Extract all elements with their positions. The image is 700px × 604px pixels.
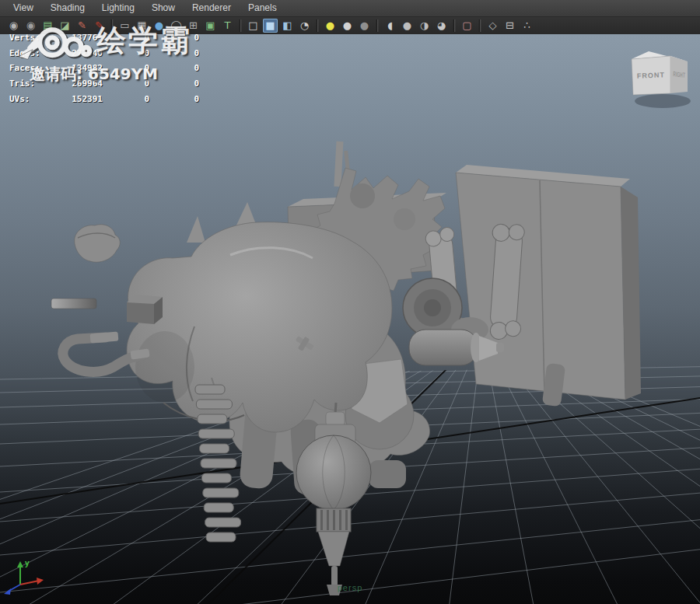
hud-cell: Faces: [9,63,53,73]
xray-icon[interactable]: ◇ [485,19,500,33]
spine-segment [200,444,229,453]
bookmark-icon[interactable]: ▤ [40,19,55,33]
menu-view[interactable]: View [5,0,42,16]
safe-action-icon[interactable]: ▣ [203,19,218,33]
hud-cell: 0 [149,63,199,73]
hud-cell: 0 [103,94,149,104]
film-gate-icon[interactable]: ▭ [117,19,132,33]
hud-cell: 0 [149,48,199,58]
menu-shading[interactable]: Shading [42,0,93,16]
default-light-icon[interactable]: ● [323,19,338,33]
camera-name-label: persp [315,583,385,592]
share-icon[interactable]: ∴ [520,19,534,33]
grease-pencil-icon[interactable]: ✎ [92,19,107,33]
toolbar-separator [376,19,379,32]
hud-cell: 0 [149,79,199,89]
spine-segment [198,414,227,424]
hud-row: Tris:26996400 [9,79,199,94]
hud-cell: 269964 [53,79,103,89]
textured-icon[interactable]: ◧ [280,19,295,33]
spine-segment [201,459,236,468]
hud-cell: Tris: [9,79,53,89]
no-lights-icon[interactable]: ● [357,19,372,33]
shadows-icon[interactable]: ◖ [383,19,397,33]
view-cube-right-label: RIGHT [673,69,685,79]
toolbar-separator [478,19,481,32]
use-all-lights-icon[interactable]: ◔ [297,19,312,33]
field-chart-icon[interactable]: ⊞ [186,19,201,33]
isolate-select-icon[interactable]: ▢ [460,19,474,33]
view-cube-front-label: FRONT [637,71,665,79]
menu-show[interactable]: Show [143,0,184,16]
wireframe-icon[interactable]: □ [246,19,261,33]
maya-viewport-window: ViewShadingLightingShowRendererPanels ◉◉… [0,0,700,604]
onion-layers-icon[interactable]: ⊟ [502,19,517,33]
hud-row: Verts:13776700 [9,33,199,48]
spine-segment [196,400,232,409]
hud-cell: Edges: [9,48,53,58]
toolbar-separator [453,19,456,32]
select-camera-icon[interactable]: ◉ [6,19,21,33]
gate-mask-icon[interactable]: ◯ [169,19,184,33]
panel-toolbar: ◉◉▤◪✎✎▭▦●◯⊞▣T□■◧◔●●●◖●◑◕▢◇⊟∴ [0,17,700,34]
spine-segment [198,429,234,438]
toolbar-separator [110,19,114,32]
menu-renderer[interactable]: Renderer [184,0,240,16]
menu-panels[interactable]: Panels [240,0,285,16]
hud-row: Faces:13498200 [9,63,199,79]
axis-y-label: y [25,559,30,567]
lock-camera-icon[interactable]: ◉ [23,19,38,33]
view-cube[interactable]: FRONT RIGHT [622,44,700,112]
spine-segment [205,518,241,527]
safe-title-icon[interactable]: T [220,19,235,33]
spine-segment [203,488,239,498]
resolution-gate-icon[interactable]: ▦ [135,19,149,33]
shaded-icon[interactable]: ■ [263,19,278,33]
hud-row: Edges:27294000 [9,48,199,64]
hud-cell: 152391 [53,94,103,104]
2d-pan-zoom-icon[interactable]: ✎ [75,19,89,33]
hud-cell: UVs: [9,94,53,104]
hud-cell: 272940 [53,48,103,58]
poly-count-hud: Verts:13776700Edges:27294000Faces:134982… [9,33,199,109]
axis-gizmo: y [4,559,44,595]
motion-blur-icon[interactable]: ◑ [417,19,432,33]
toolbar-separator [239,19,242,32]
hud-cell: 134982 [53,63,103,73]
panel-menubar: ViewShadingLightingShowRendererPanels [0,0,700,17]
menu-lighting[interactable]: Lighting [93,0,143,16]
hud-cell: 0 [103,63,149,73]
hud-cell: 0 [149,94,199,104]
highlight-selection-icon[interactable]: ● [152,19,166,33]
spine-segment [195,385,225,394]
anti-alias-icon[interactable]: ◕ [434,19,449,33]
ambient-occlusion-icon[interactable]: ● [400,19,415,33]
spine-segment [206,532,236,542]
spine-segment [204,503,233,512]
image-plane-icon[interactable]: ◪ [58,19,72,33]
spine-segment [201,473,231,483]
hud-cell: 0 [103,48,149,58]
hud-row: UVs:15239100 [9,94,199,110]
flat-lighting-icon[interactable]: ● [340,19,355,33]
hud-cell: 0 [103,79,149,89]
toolbar-separator [316,19,319,32]
